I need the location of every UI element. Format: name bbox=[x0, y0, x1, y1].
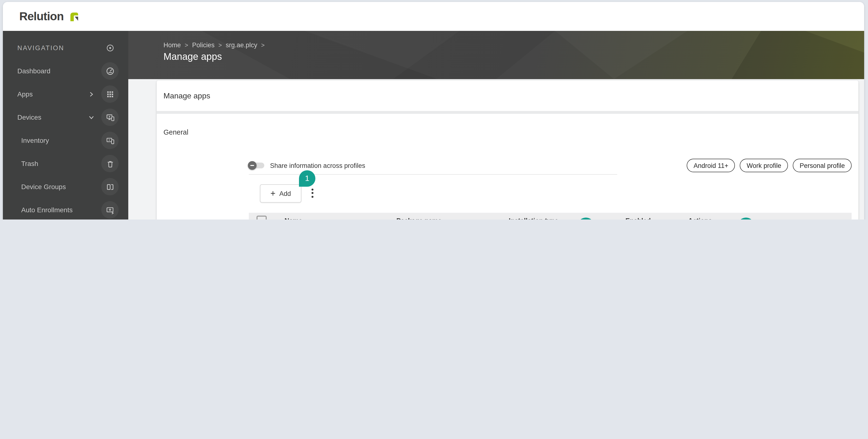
sidebar-item-device-groups[interactable]: Device Groups bbox=[3, 175, 128, 198]
card-divider-band bbox=[157, 111, 858, 114]
device-groups-icon bbox=[101, 178, 119, 195]
minus-icon bbox=[250, 165, 254, 166]
sidebar-section-navigation: NAVIGATION bbox=[3, 36, 128, 59]
page-banner: Home > Policies > srg.ae.plcy > Manage a… bbox=[128, 31, 864, 79]
sidebar: NAVIGATION Dashboard Apps bbox=[3, 31, 128, 220]
sidebar-item-dashboard[interactable]: Dashboard bbox=[3, 59, 128, 83]
gauge-icon bbox=[101, 62, 119, 80]
share-toggle[interactable] bbox=[249, 163, 264, 168]
relution-logo-text: Relution bbox=[19, 10, 64, 23]
table-header: Name Package name Installation type Enab… bbox=[249, 213, 851, 220]
chevron-right-icon bbox=[88, 91, 94, 97]
add-button[interactable]: + Add bbox=[260, 184, 301, 203]
sidebar-item-trash[interactable]: Trash bbox=[3, 152, 128, 175]
sidebar-item-auto-enrollments[interactable]: Auto Enrollments bbox=[3, 198, 128, 220]
toggle-knob bbox=[248, 161, 256, 170]
kebab-menu-icon[interactable] bbox=[308, 186, 317, 200]
main-content: Home > Policies > srg.ae.plcy > Manage a… bbox=[128, 31, 864, 220]
breadcrumb-policy-name[interactable]: srg.ae.plcy bbox=[226, 41, 257, 49]
badge-work-profile: Work profile bbox=[740, 159, 788, 172]
card-title: Manage apps bbox=[157, 81, 858, 111]
page-title: Manage apps bbox=[163, 51, 222, 62]
target-icon[interactable] bbox=[101, 39, 119, 56]
relution-logo-icon bbox=[68, 10, 80, 22]
inventory-icon bbox=[101, 132, 119, 149]
breadcrumb-separator: > bbox=[218, 42, 222, 49]
add-button-label: Add bbox=[279, 190, 291, 197]
auto-enrollment-icon bbox=[101, 201, 119, 218]
column-header-actions: Actions bbox=[688, 213, 712, 220]
chevron-down-icon bbox=[88, 114, 94, 120]
column-header-package-name: Package name bbox=[396, 213, 442, 220]
devices-icon bbox=[101, 109, 119, 126]
profile-badges: Android 11+ Work profile Personal profil… bbox=[687, 159, 851, 172]
breadcrumb-separator: > bbox=[261, 42, 265, 49]
breadcrumb: Home > Policies > srg.ae.plcy > bbox=[163, 41, 265, 49]
callout-1: 1 bbox=[299, 170, 315, 187]
plus-icon: + bbox=[270, 189, 275, 198]
breadcrumb-separator: > bbox=[185, 42, 188, 49]
top-bar: Relution bbox=[3, 2, 864, 31]
badge-android: Android 11+ bbox=[687, 159, 735, 172]
section-label-general: General bbox=[163, 128, 858, 136]
breadcrumb-home[interactable]: Home bbox=[163, 41, 181, 49]
column-header-enabled: Enabled bbox=[625, 213, 651, 220]
stage: Relution NAVIGATION Dashboard bbox=[0, 0, 868, 220]
app-window: Relution NAVIGATION Dashboard bbox=[3, 2, 864, 220]
badge-personal-profile: Personal profile bbox=[793, 159, 851, 172]
breadcrumb-policies[interactable]: Policies bbox=[192, 41, 215, 49]
select-all-checkbox[interactable] bbox=[256, 216, 267, 220]
sidebar-item-inventory[interactable]: Inventory bbox=[3, 129, 128, 152]
share-toggle-row: Share information across profiles Androi… bbox=[249, 158, 851, 173]
trash-icon bbox=[101, 155, 119, 172]
apps-grid-icon bbox=[101, 85, 119, 103]
column-header-name: Name bbox=[284, 213, 302, 220]
sidebar-item-devices[interactable]: Devices bbox=[3, 106, 128, 129]
column-header-installation-type: Installation type bbox=[509, 213, 558, 220]
app-body: NAVIGATION Dashboard Apps bbox=[3, 31, 864, 220]
sidebar-item-apps[interactable]: Apps bbox=[3, 83, 128, 106]
share-toggle-label: Share information across profiles bbox=[270, 162, 365, 169]
manage-apps-card: Manage apps General Share information ac… bbox=[157, 81, 858, 220]
